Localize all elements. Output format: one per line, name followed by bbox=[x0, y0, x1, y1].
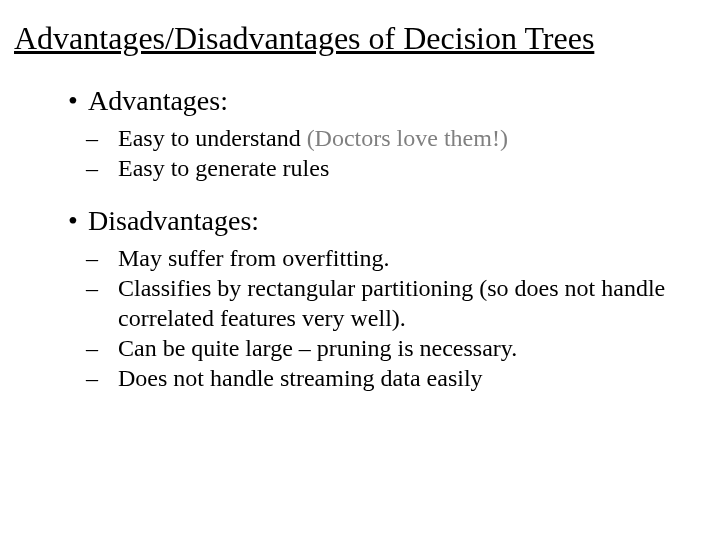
list-item: –Easy to generate rules bbox=[102, 153, 680, 183]
section-label: Advantages: bbox=[88, 85, 228, 116]
list-item: –May suffer from overfitting. bbox=[102, 243, 680, 273]
item-text: Easy to understand bbox=[118, 125, 307, 151]
list-item: –Does not handle streaming data easily bbox=[102, 363, 680, 393]
section-heading-advantages: •Advantages: bbox=[68, 85, 680, 117]
dash-icon: – bbox=[102, 333, 118, 363]
item-text: May suffer from overfitting. bbox=[118, 245, 390, 271]
dash-icon: – bbox=[102, 243, 118, 273]
advantages-list: –Easy to understand (Doctors love them!)… bbox=[102, 123, 680, 183]
list-item: –Easy to understand (Doctors love them!) bbox=[102, 123, 680, 153]
item-text: Easy to generate rules bbox=[118, 155, 329, 181]
bullet-dot-icon: • bbox=[68, 85, 88, 117]
dash-icon: – bbox=[102, 153, 118, 183]
disadvantages-list: –May suffer from overfitting. –Classifie… bbox=[102, 243, 680, 393]
dash-icon: – bbox=[102, 273, 118, 303]
bullet-dot-icon: • bbox=[68, 205, 88, 237]
section-heading-disadvantages: •Disadvantages: bbox=[68, 205, 680, 237]
slide-title: Advantages/Disadvantages of Decision Tre… bbox=[0, 0, 720, 61]
slide: Advantages/Disadvantages of Decision Tre… bbox=[0, 0, 720, 540]
section-label: Disadvantages: bbox=[88, 205, 259, 236]
item-text: Classifies by rectangular partitioning (… bbox=[118, 275, 665, 331]
slide-content: •Advantages: –Easy to understand (Doctor… bbox=[0, 61, 720, 393]
dash-icon: – bbox=[102, 363, 118, 393]
list-item: –Classifies by rectangular partitioning … bbox=[102, 273, 680, 333]
item-note: (Doctors love them!) bbox=[307, 125, 508, 151]
item-text: Does not handle streaming data easily bbox=[118, 365, 483, 391]
list-item: –Can be quite large – pruning is necessa… bbox=[102, 333, 680, 363]
dash-icon: – bbox=[102, 123, 118, 153]
item-text: Can be quite large – pruning is necessar… bbox=[118, 335, 517, 361]
